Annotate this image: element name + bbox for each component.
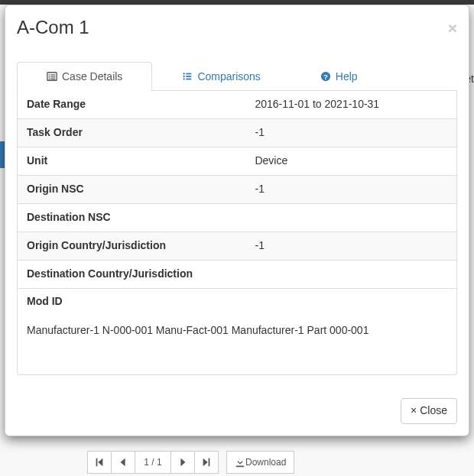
detail-value <box>245 203 456 232</box>
list-icon <box>182 71 193 82</box>
svg-rect-1 <box>49 74 50 75</box>
tab-comparisons[interactable]: Comparisons <box>152 62 290 91</box>
svg-rect-8 <box>187 73 192 74</box>
mod-id-label: Mod ID <box>27 295 447 307</box>
mod-id-text: Manufacturer-1 N-000-001 Manu-Fact-001 M… <box>27 324 447 336</box>
close-button[interactable]: × Close <box>401 398 457 424</box>
detail-value: -1 <box>245 232 456 260</box>
help-icon: ? <box>320 71 331 82</box>
detail-value: Device <box>245 147 456 175</box>
tab-comparisons-label: Comparisons <box>197 70 260 83</box>
tab-case-details-label: Case Details <box>62 70 122 83</box>
table-row: Date Range2016-11-01 to 2021-10-31 <box>18 91 456 118</box>
svg-point-7 <box>183 73 185 74</box>
svg-point-9 <box>183 76 185 77</box>
modal-close-x-button[interactable]: × <box>448 20 457 36</box>
list-alt-icon <box>47 71 57 82</box>
modal-footer: × Close <box>5 387 469 436</box>
detail-label: Date Range <box>18 91 245 118</box>
table-row: Origin NSC-1 <box>18 175 456 203</box>
modal-header: A-Com 1 × <box>5 5 469 50</box>
detail-value: 2016-11-01 to 2021-10-31 <box>245 91 456 118</box>
svg-point-11 <box>183 78 185 79</box>
detail-value: -1 <box>245 118 456 147</box>
svg-rect-6 <box>50 78 55 79</box>
details-table: Date Range2016-11-01 to 2021-10-31Task O… <box>18 91 456 288</box>
detail-label: Unit <box>18 147 245 175</box>
svg-rect-5 <box>49 78 50 79</box>
table-row: Task Order-1 <box>18 118 456 147</box>
modal-body: Case Details Comparisons ? Help <box>5 50 469 387</box>
close-button-label: Close <box>420 403 447 419</box>
table-row: UnitDevice <box>18 147 456 175</box>
table-row: Destination Country/Jurisdiction <box>18 260 456 287</box>
tab-help-label: Help <box>336 70 358 83</box>
table-row: Origin Country/Jurisdiction-1 <box>18 232 456 260</box>
svg-rect-3 <box>49 76 50 77</box>
modal-title: A-Com 1 <box>17 17 89 39</box>
detail-label: Origin NSC <box>18 175 245 203</box>
svg-rect-2 <box>50 74 55 75</box>
svg-rect-4 <box>50 76 55 77</box>
detail-label: Destination Country/Jurisdiction <box>18 260 245 287</box>
table-row: Destination NSC <box>18 203 456 232</box>
svg-rect-12 <box>187 78 192 79</box>
close-icon: × <box>411 403 417 419</box>
modal-dialog: A-Com 1 × Case Details Comparisons <box>5 5 469 436</box>
svg-rect-10 <box>187 76 192 77</box>
detail-label: Destination NSC <box>18 203 245 232</box>
mod-id-block: Mod ID Manufacturer-1 N-000-001 Manu-Fac… <box>18 288 456 374</box>
tab-panel-case-details: Date Range2016-11-01 to 2021-10-31Task O… <box>17 91 457 375</box>
svg-text:?: ? <box>323 72 328 80</box>
detail-label: Origin Country/Jurisdiction <box>18 232 245 260</box>
detail-value: -1 <box>245 175 456 203</box>
tab-help[interactable]: ? Help <box>291 62 388 91</box>
detail-label: Task Order <box>18 118 245 147</box>
modal-backdrop: A-Com 1 × Case Details Comparisons <box>0 0 474 476</box>
tab-case-details[interactable]: Case Details <box>17 62 152 91</box>
detail-value <box>245 260 456 287</box>
tab-list: Case Details Comparisons ? Help <box>17 62 457 91</box>
